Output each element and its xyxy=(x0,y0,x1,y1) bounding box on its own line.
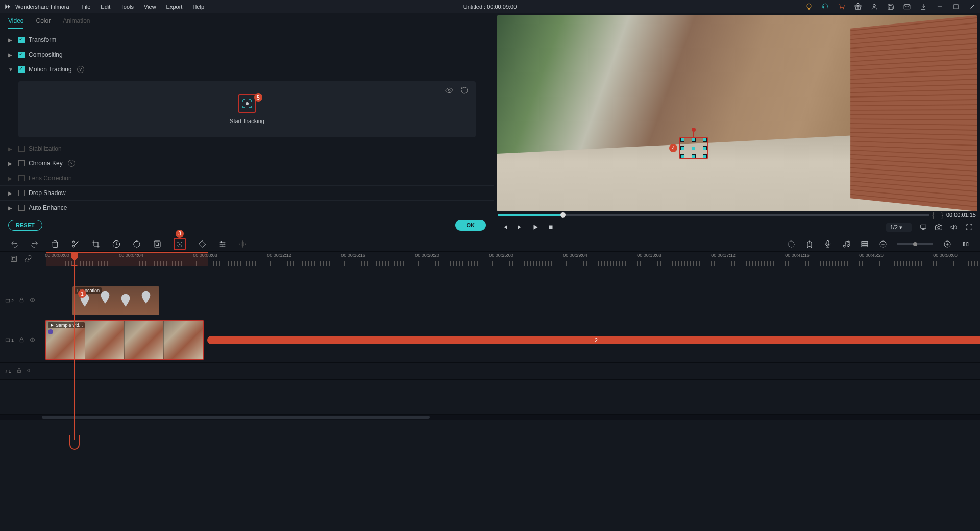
ok-button[interactable]: OK xyxy=(455,220,486,231)
speed-icon[interactable] xyxy=(112,240,120,248)
fullscreen-icon[interactable] xyxy=(966,224,973,231)
cart-icon[interactable] xyxy=(838,3,845,10)
scrollbar-thumb[interactable] xyxy=(42,416,430,419)
crop-icon[interactable] xyxy=(92,240,100,248)
mark-in-icon[interactable]: { xyxy=(933,211,935,219)
zoom-fit-icon[interactable] xyxy=(962,240,970,248)
menu-tools[interactable]: Tools xyxy=(120,4,134,10)
property-compositing[interactable]: ▶ Compositing xyxy=(0,47,494,62)
track-mute-icon[interactable] xyxy=(27,368,33,374)
keyframe-icon[interactable] xyxy=(198,240,206,248)
zoom-slider-thumb[interactable] xyxy=(913,242,917,246)
reset-button[interactable]: RESET xyxy=(8,220,42,231)
tab-video[interactable]: Video xyxy=(8,17,23,29)
lens-correction-checkbox[interactable] xyxy=(18,175,24,181)
tracker-center[interactable] xyxy=(692,147,695,150)
track-visibility-icon[interactable] xyxy=(30,297,35,304)
preview-zoom-select[interactable]: 1/2 ▾ xyxy=(886,223,912,232)
preview-viewport[interactable]: 4 xyxy=(497,15,977,211)
menu-file[interactable]: File xyxy=(82,4,91,10)
compositing-checkbox[interactable] xyxy=(18,52,24,58)
adjust-icon[interactable] xyxy=(218,240,227,248)
redo-icon[interactable] xyxy=(31,240,39,248)
motion-tracking-checkbox[interactable] xyxy=(18,66,24,73)
track-manager-icon[interactable] xyxy=(861,240,869,248)
tracker-handle[interactable] xyxy=(680,154,684,158)
property-lens-correction[interactable]: ▶ Lens Correction xyxy=(0,171,494,186)
audio-mixer-icon[interactable] xyxy=(842,240,850,248)
playhead-handle[interactable] xyxy=(71,252,78,258)
tracker-rotate-handle[interactable] xyxy=(692,128,696,132)
tracker-handle[interactable] xyxy=(680,138,684,142)
preview-progress-bar[interactable]: { } 00:00:01:15 xyxy=(497,211,977,219)
audio-icon[interactable] xyxy=(239,240,247,248)
headphones-icon[interactable] xyxy=(822,3,829,10)
stop-icon[interactable] xyxy=(547,224,554,231)
track-visibility-icon[interactable] xyxy=(30,337,35,344)
tracker-handle[interactable] xyxy=(692,138,696,142)
property-transform[interactable]: ▶ Transform xyxy=(0,33,494,47)
zoom-out-icon[interactable] xyxy=(879,240,887,248)
property-stabilization[interactable]: ▶ Stabilization xyxy=(0,141,494,156)
green-screen-icon[interactable] xyxy=(153,240,161,248)
auto-enhance-checkbox[interactable] xyxy=(18,205,24,211)
close-icon[interactable] xyxy=(969,3,976,10)
start-tracking-button[interactable]: 5 xyxy=(238,94,256,113)
split-icon[interactable] xyxy=(71,240,80,248)
menu-export[interactable]: Export xyxy=(166,4,183,10)
voiceover-icon[interactable] xyxy=(824,240,832,248)
progress-thumb[interactable] xyxy=(560,212,566,218)
mail-icon[interactable] xyxy=(903,3,911,10)
tracker-handle[interactable] xyxy=(703,154,707,158)
track-video[interactable]: 1 Sample Vid... 2 xyxy=(0,318,980,363)
minimize-icon[interactable] xyxy=(936,3,943,10)
play-icon[interactable] xyxy=(532,224,539,231)
track-lock-icon[interactable] xyxy=(19,337,24,344)
zoom-slider[interactable] xyxy=(897,243,933,245)
menu-edit[interactable]: Edit xyxy=(101,4,110,10)
tab-color[interactable]: Color xyxy=(36,17,51,29)
tracker-handle[interactable] xyxy=(692,154,696,158)
property-motion-tracking[interactable]: ▼ Motion Tracking ? xyxy=(0,62,494,77)
menu-help[interactable]: Help xyxy=(192,4,204,10)
property-chroma-key[interactable]: ▶ Chroma Key ? xyxy=(0,156,494,171)
help-icon[interactable]: ? xyxy=(68,160,75,167)
transform-checkbox[interactable] xyxy=(18,37,24,43)
next-frame-icon[interactable] xyxy=(517,224,524,231)
render-icon[interactable] xyxy=(787,240,795,248)
visibility-icon[interactable] xyxy=(445,86,453,96)
delete-icon[interactable] xyxy=(51,240,59,248)
track-audio[interactable]: ♪1 xyxy=(0,363,980,380)
track-lock-icon[interactable] xyxy=(19,297,24,304)
user-icon[interactable] xyxy=(871,3,878,10)
display-icon[interactable] xyxy=(920,224,927,231)
timeline-scrollbar[interactable] xyxy=(0,415,980,420)
marker-icon[interactable] xyxy=(805,240,814,248)
track-lock-icon[interactable] xyxy=(16,368,22,374)
property-auto-enhance[interactable]: ▶ Auto Enhance xyxy=(0,201,494,214)
clip-sample-video[interactable]: Sample Vid... xyxy=(45,320,204,360)
tracker-handle[interactable] xyxy=(680,146,684,150)
save-icon[interactable] xyxy=(887,3,894,10)
track-overlay[interactable]: 2 Location xyxy=(0,283,980,318)
stabilization-checkbox[interactable] xyxy=(18,146,24,152)
help-icon[interactable]: ? xyxy=(77,66,84,73)
timeline-playhead[interactable] xyxy=(74,252,75,266)
snapshot-icon[interactable] xyxy=(935,224,942,231)
gift-icon[interactable] xyxy=(854,3,862,10)
chroma-key-checkbox[interactable] xyxy=(18,160,24,166)
zoom-in-icon[interactable] xyxy=(943,240,951,248)
timeline-snap-icon[interactable] xyxy=(10,255,18,263)
mark-out-icon[interactable]: } xyxy=(941,211,943,219)
prev-frame-icon[interactable] xyxy=(501,224,508,231)
tracker-handle[interactable] xyxy=(703,138,707,142)
timeline-link-icon[interactable] xyxy=(24,255,32,263)
maximize-icon[interactable] xyxy=(952,3,960,10)
reset-icon[interactable] xyxy=(460,86,469,96)
property-drop-shadow[interactable]: ▶ Drop Shadow xyxy=(0,186,494,201)
timeline-ruler[interactable]: 00:00:00:0000:00:04:0400:00:08:0800:00:1… xyxy=(42,252,980,266)
tracker-handle[interactable] xyxy=(703,146,707,150)
drop-shadow-checkbox[interactable] xyxy=(18,190,24,196)
motion-tracker-box[interactable]: 4 xyxy=(679,137,708,159)
volume-icon[interactable] xyxy=(950,224,958,231)
